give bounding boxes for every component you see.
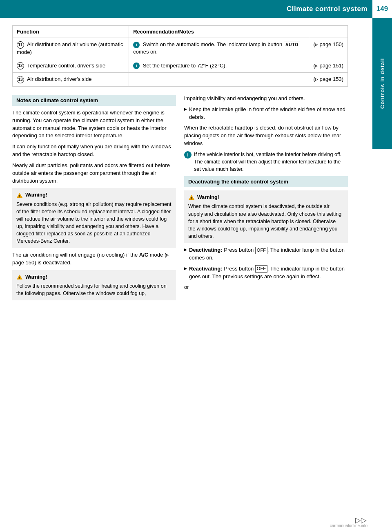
warning-title-3: ! Warning! [188,194,344,201]
left-column: Notes on climate control system The clim… [12,95,176,304]
warning-text-3: When the climate control system is deact… [188,203,341,239]
left-para-2: It can only function optimally when you … [12,143,176,159]
side-tab: Controls in detail [372,18,392,149]
table-header-recommendation: Recommendation/Notes [129,26,309,38]
svg-text:!: ! [19,276,20,280]
main-content: Function Recommendation/Notes 11 Air dis… [0,18,372,311]
table-cell-pageref-3: (▹ page 153) [309,73,348,87]
table-row: 12 Temperature control, driver's side i … [13,59,348,73]
header-bar: Climate control system [0,0,392,18]
warning-triangle-icon-3: ! [188,194,195,200]
table-header-function: Function [13,26,129,38]
retractable-para: When the retractable hardtop is closed, … [184,124,348,148]
or-text: or [184,284,348,291]
info-icon-1: i [133,42,140,48]
function-table: Function Recommendation/Notes 11 Air dis… [12,25,348,87]
warning-triangle-icon-1: ! [16,192,23,198]
warning-label-2: Warning! [25,273,47,281]
warning-label-1: Warning! [25,191,47,199]
info-text-hot: If the vehicle interior is hot, ventilat… [194,151,348,173]
table-cell-function-2: 12 Temperature control, driver's side [13,59,129,73]
right-para-1: impairing visibility and endangering you… [184,95,348,103]
table-cell-rec-1: i Switch on the automatic mode. The indi… [129,38,309,59]
table-cell-function-1: 11 Air distribution and air volume (auto… [13,38,129,59]
warning-text-1: Severe conditions (e.g. strong air pollu… [16,201,171,244]
table-cell-function-3: 13 Air distribution, driver's side [13,73,129,87]
left-para-1: The climate control system is operationa… [12,109,176,140]
table-header-page [309,26,348,38]
table-cell-rec-2: i Set the temperature to 72°F (22°C). [129,59,309,73]
row-number-2: 12 [17,62,24,69]
two-column-layout: Notes on climate control system The clim… [12,95,348,304]
svg-text:!: ! [191,196,192,200]
auto-badge: AUTO [284,42,300,48]
bullet-deactivating: Deactivating: Press button OFF. The indi… [184,246,348,262]
off-badge-2: OFF [255,265,267,273]
warning-box-3: ! Warning! When the climate control syst… [184,190,348,243]
bullet-snow: Keep the air intake grille in front of t… [184,106,348,121]
warning-title-1: ! Warning! [16,191,172,199]
info-icon-hot: i [184,151,192,159]
header-title: Climate control system [287,5,368,13]
table-row: 13 Air distribution, driver's side (▹ pa… [13,73,348,87]
warning-label-3: Warning! [197,194,219,201]
svg-text:!: ! [19,194,20,198]
side-tab-label: Controls in detail [379,58,385,109]
deactivating-label: Deactivating: [189,247,223,253]
warning-triangle-icon-2: ! [16,274,23,280]
watermark: carmanualonline.info [330,523,368,528]
right-column: impairing visibility and endangering you… [184,95,348,304]
ac-mode-bold: A/C [139,252,148,258]
row-number-3: 13 [17,76,24,83]
table-cell-pageref-2: (▹ page 151) [309,59,348,73]
left-para-4: The air conditioning will not engage (no… [12,251,176,267]
warning-box-1: ! Warning! Severe conditions (e.g. stron… [12,188,176,248]
warning-text-2: Follow the recommended settings for heat… [16,283,167,296]
deactivating-section-title: Deactivating the climate control system [184,176,348,187]
warning-box-2: ! Warning! Follow the recommended settin… [12,270,176,300]
left-para-3: Nearly all dust particles, pollutants an… [12,162,176,185]
warning-title-2: ! Warning! [16,273,172,281]
info-icon-2: i [133,63,140,69]
row-number-1: 11 [17,41,24,49]
table-cell-rec-3 [129,73,309,87]
off-badge-1: OFF [255,247,267,254]
bullet-snow-text: Keep the air intake grille in front of t… [189,106,345,120]
table-cell-pageref-1: (▹ page 150) [309,38,348,59]
notes-section-title: Notes on climate control system [12,95,176,106]
page-number: 149 [372,0,392,18]
bullet-reactivating: Reactivating: Press button OFF. The indi… [184,265,348,281]
reactivating-label: Reactivating: [189,266,223,272]
info-block-hot: i If the vehicle interior is hot, ventil… [184,151,348,173]
table-row: 11 Air distribution and air volume (auto… [13,38,348,59]
